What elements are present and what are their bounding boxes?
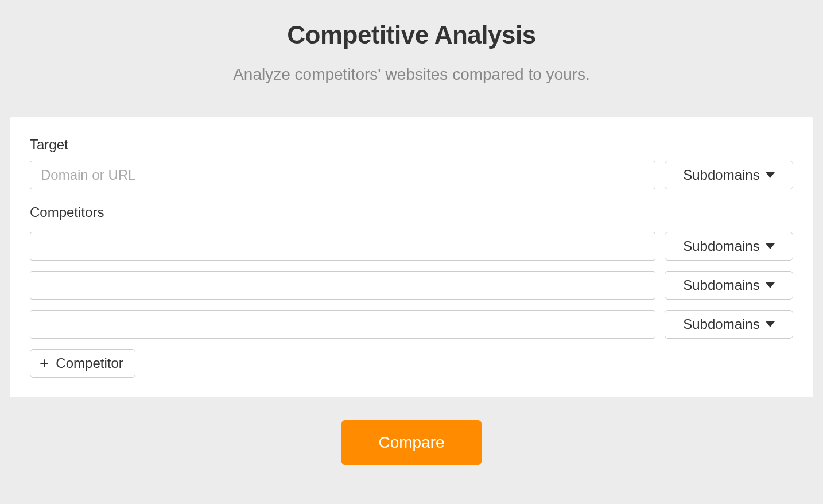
competitor-input-1[interactable] <box>30 232 655 261</box>
actions: Compare <box>10 420 813 465</box>
competitor-input-2[interactable] <box>30 271 655 300</box>
competitors-section: Competitors Subdomains Subdomains <box>30 204 793 378</box>
competitor-input-3[interactable] <box>30 310 655 339</box>
competitor-mode-dropdown-2[interactable]: Subdomains <box>665 271 793 300</box>
competitor-row: Subdomains <box>30 310 793 339</box>
target-input[interactable] <box>30 161 655 189</box>
page-subtitle: Analyze competitors' websites compared t… <box>10 65 813 84</box>
caret-down-icon <box>766 172 775 178</box>
competitor-mode-dropdown-1[interactable]: Subdomains <box>665 232 793 261</box>
target-mode-label: Subdomains <box>683 167 759 183</box>
competitor-mode-label: Subdomains <box>683 277 759 293</box>
page-title: Competitive Analysis <box>10 21 813 49</box>
target-label: Target <box>30 137 793 153</box>
caret-down-icon <box>766 282 775 288</box>
form-card: Target Subdomains Competitors Subdomains <box>10 117 813 397</box>
compare-button[interactable]: Compare <box>341 420 481 465</box>
add-competitor-button[interactable]: + Competitor <box>30 349 135 378</box>
target-row: Subdomains <box>30 161 793 189</box>
competitor-row: Subdomains <box>30 232 793 261</box>
competitor-mode-dropdown-3[interactable]: Subdomains <box>665 310 793 339</box>
competitor-row: Subdomains <box>30 271 793 300</box>
caret-down-icon <box>766 321 775 327</box>
competitor-mode-label: Subdomains <box>683 316 759 332</box>
compare-button-label: Compare <box>378 433 444 452</box>
caret-down-icon <box>766 243 775 249</box>
page-header: Competitive Analysis Analyze competitors… <box>10 0 813 107</box>
competitor-mode-label: Subdomains <box>683 238 759 254</box>
competitors-label: Competitors <box>30 204 793 220</box>
add-competitor-label: Competitor <box>56 355 123 371</box>
plus-icon: + <box>40 355 49 371</box>
target-mode-dropdown[interactable]: Subdomains <box>665 161 793 189</box>
